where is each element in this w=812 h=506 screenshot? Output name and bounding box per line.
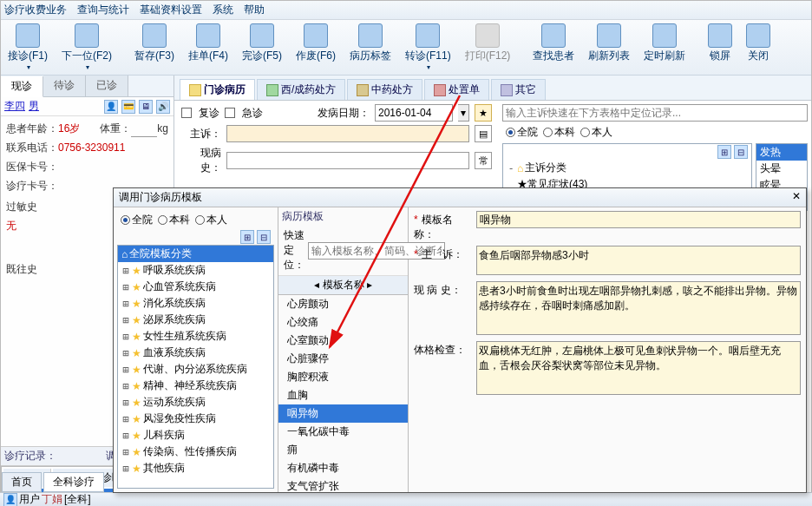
status-user: 丁娟 bbox=[42, 492, 62, 506]
tab-record[interactable]: 门诊病历 bbox=[180, 79, 255, 100]
template-item[interactable]: 心绞痛 bbox=[278, 313, 408, 332]
home-icon: ⌂ bbox=[121, 248, 128, 260]
record-sub-tabs: 门诊病历 西/成药处方 中药处方 处置单 其它 bbox=[174, 76, 811, 101]
tpl-chief-input[interactable] bbox=[476, 246, 801, 275]
pill-icon bbox=[266, 84, 278, 96]
category-item[interactable]: ⊞★风湿免疫性疾病 bbox=[118, 411, 273, 427]
finish-button[interactable]: 完诊(F5) bbox=[235, 22, 289, 73]
m-scope-dept[interactable]: 本科 bbox=[158, 213, 190, 227]
revisit-checkbox[interactable] bbox=[181, 108, 192, 118]
accept-button[interactable]: 接诊(F1)▾ bbox=[1, 22, 55, 73]
category-item[interactable]: ⊞★女性生殖系统疾病 bbox=[118, 328, 273, 345]
register-button[interactable]: 挂单(F4) bbox=[181, 22, 235, 73]
menu-clinic[interactable]: 诊疗收费业务 bbox=[4, 3, 67, 17]
template-item[interactable]: 一氧化碳中毒 bbox=[278, 423, 408, 441]
template-item[interactable]: 心房颤动 bbox=[278, 295, 408, 313]
usual-button[interactable]: 常 bbox=[475, 152, 492, 169]
m-scope-self[interactable]: 本人 bbox=[195, 213, 227, 227]
find-button[interactable]: 查找患者 bbox=[526, 22, 581, 73]
close-button[interactable]: 关闭 bbox=[739, 22, 777, 73]
category-item[interactable]: ⊞★消化系统疾病 bbox=[118, 295, 273, 312]
patient-name[interactable]: 李四 bbox=[4, 99, 25, 114]
next-button[interactable]: 下一位(F2)▾ bbox=[55, 22, 119, 73]
tab-rx-west[interactable]: 西/成药处方 bbox=[257, 79, 345, 100]
template-item[interactable]: 血胸 bbox=[278, 386, 408, 404]
herb-icon bbox=[357, 84, 369, 96]
template-list[interactable]: 心房颤动心绞痛心室颤动心脏骤停胸腔积液血胸咽异物一氧化碳中毒痈有机磷中毒支气管扩… bbox=[278, 295, 408, 492]
category-tree[interactable]: ⌂全院模板分类 ⊞★呼吸系统疾病⊞★心血管系统疾病⊞★消化系统疾病⊞★泌尿系统疾… bbox=[117, 245, 274, 489]
tpl-exam-input[interactable] bbox=[476, 341, 801, 395]
record-label: 诊疗记录： bbox=[4, 449, 56, 463]
m-scope-all[interactable]: 全院 bbox=[121, 213, 153, 227]
category-item[interactable]: ⊞★呼吸系统疾病 bbox=[118, 262, 273, 279]
refer-button[interactable]: 转诊(F11)▾ bbox=[398, 22, 458, 73]
tpl-history-input[interactable] bbox=[476, 281, 801, 335]
category-item[interactable]: ⊞★儿科疾病 bbox=[118, 427, 273, 444]
category-item[interactable]: ⊞★心血管系统疾病 bbox=[118, 279, 273, 295]
category-item[interactable]: ⊞★其他疾病 bbox=[118, 460, 273, 476]
star-button[interactable]: ★ bbox=[475, 104, 492, 122]
scope-self[interactable]: 本人 bbox=[580, 125, 612, 140]
bottom-dept[interactable]: 全科诊疗 bbox=[43, 472, 104, 492]
chief-hint-input[interactable] bbox=[502, 104, 808, 122]
template-item[interactable]: 心室颤动 bbox=[278, 332, 408, 350]
category-item[interactable]: ⊞★血液系统疾病 bbox=[118, 345, 273, 361]
chief-input[interactable] bbox=[226, 125, 469, 142]
timed-button[interactable]: 定时刷新 bbox=[637, 22, 692, 73]
card-icon[interactable]: 💳 bbox=[121, 100, 135, 114]
category-item[interactable]: ⊞★泌尿系统疾病 bbox=[118, 312, 273, 328]
dialog-title: 调用门诊病历模板 bbox=[119, 190, 202, 205]
template-item[interactable]: 咽异物 bbox=[278, 404, 408, 423]
category-item[interactable]: ⊞★传染病、性传播疾病 bbox=[118, 444, 273, 460]
print-button[interactable]: 打印(F12) bbox=[458, 22, 518, 73]
chief-expand-button[interactable]: ▤ bbox=[475, 125, 492, 142]
patient-age: 16岁 bbox=[58, 120, 80, 137]
template-item[interactable]: 痈 bbox=[278, 441, 408, 459]
template-item[interactable]: 有机磷中毒 bbox=[278, 459, 408, 477]
sound-icon[interactable]: 🔊 bbox=[156, 100, 170, 114]
tag-button[interactable]: 病历标签 bbox=[343, 22, 398, 73]
scope-dept[interactable]: 本科 bbox=[543, 125, 575, 140]
person-icon[interactable]: 👤 bbox=[104, 100, 118, 114]
category-item[interactable]: ⊞★运动系统疾病 bbox=[118, 394, 273, 411]
status-bar: 👤 用户 丁娟 [全科] bbox=[0, 492, 812, 506]
m-tree-collapse-icon[interactable]: ⊟ bbox=[257, 230, 271, 244]
tree-collapse-icon[interactable]: ⊟ bbox=[734, 145, 748, 159]
list-icon bbox=[434, 84, 446, 96]
lock-button[interactable]: 锁屏 bbox=[701, 22, 739, 73]
patient-sex: 男 bbox=[29, 99, 39, 114]
tpl-name-input[interactable] bbox=[476, 211, 801, 228]
monitor-icon[interactable]: 🖥 bbox=[139, 100, 153, 114]
tree-expand-icon[interactable]: ⊞ bbox=[717, 145, 731, 159]
tab-done[interactable]: 已诊 bbox=[86, 76, 128, 96]
tab-order[interactable]: 处置单 bbox=[424, 79, 489, 100]
tab-other[interactable]: 其它 bbox=[491, 79, 546, 100]
tab-wait[interactable]: 待诊 bbox=[43, 76, 86, 96]
template-item[interactable]: 胸腔积液 bbox=[278, 368, 408, 386]
template-item[interactable]: 支气管扩张 bbox=[278, 477, 408, 492]
m-tree-expand-icon[interactable]: ⊞ bbox=[240, 230, 254, 244]
scope-all[interactable]: 全院 bbox=[506, 125, 538, 140]
template-item[interactable]: 心脏骤停 bbox=[278, 350, 408, 368]
category-item[interactable]: ⊞★代谢、内分泌系统疾病 bbox=[118, 361, 273, 378]
status-role: [全科] bbox=[64, 492, 91, 506]
other-icon bbox=[501, 84, 513, 96]
category-item[interactable]: ⊞★精神、神经系统疾病 bbox=[118, 378, 273, 394]
date-dropdown-icon[interactable]: ▾ bbox=[458, 104, 469, 122]
refresh-button[interactable]: 刷新列表 bbox=[581, 22, 637, 73]
onset-date-input[interactable] bbox=[375, 104, 453, 122]
save-button[interactable]: 暂存(F3) bbox=[128, 22, 181, 73]
urgent-checkbox[interactable] bbox=[225, 108, 235, 118]
tab-now[interactable]: 现诊 bbox=[1, 76, 43, 97]
menu-base[interactable]: 基础资料设置 bbox=[140, 3, 202, 17]
menu-query[interactable]: 查询与统计 bbox=[77, 3, 129, 17]
invalid-button[interactable]: 作废(F6) bbox=[289, 22, 343, 73]
history-input[interactable] bbox=[226, 152, 469, 169]
bottom-home[interactable]: 首页 bbox=[2, 472, 42, 492]
menu-system[interactable]: 系统 bbox=[213, 3, 233, 17]
tab-rx-cn[interactable]: 中药处方 bbox=[347, 79, 422, 100]
menu-help[interactable]: 帮助 bbox=[244, 3, 265, 17]
dialog-close-icon[interactable]: ✕ bbox=[792, 190, 801, 205]
tpl-name-header[interactable]: ◂ 模板名称 ▸ bbox=[278, 276, 408, 295]
user-icon: 👤 bbox=[3, 493, 17, 507]
